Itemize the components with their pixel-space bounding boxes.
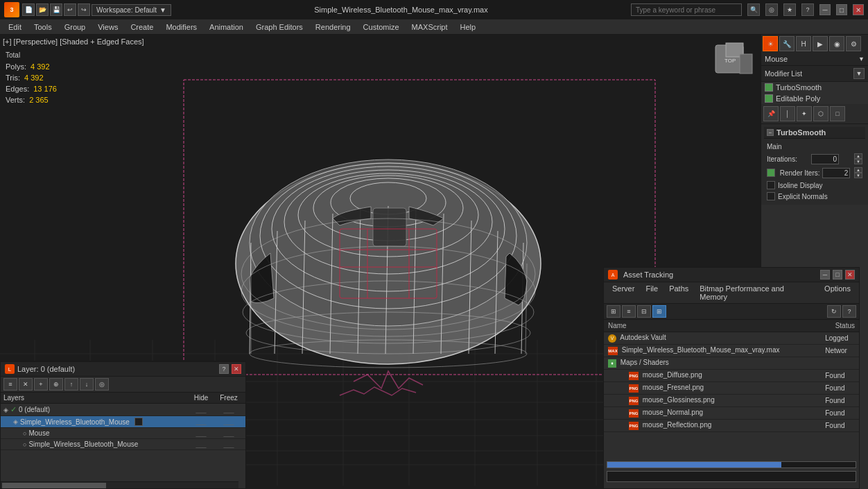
asset-minimize-button[interactable]: ─ <box>820 270 830 280</box>
new-file-icon[interactable]: 📄 <box>22 3 35 16</box>
asset-tb-icon-2[interactable]: ≡ <box>622 305 636 318</box>
asset-menu-bar: Server File Paths Bitmap Performance and… <box>604 282 859 304</box>
asset-title-buttons: ─ □ ✕ <box>820 270 855 280</box>
table-row[interactable]: V Autodesk Vault Logged <box>604 332 859 345</box>
menu-edit[interactable]: Edit <box>3 22 27 33</box>
asset-close-button[interactable]: ✕ <box>845 270 855 280</box>
asset-tb-icon-3[interactable]: ⊟ <box>637 305 651 318</box>
asset-menu-options[interactable]: Options <box>819 282 856 303</box>
mode-icon-vertex[interactable]: ✦ <box>797 106 812 121</box>
workspace-button[interactable]: Workspace: Default ▼ <box>92 4 171 16</box>
menu-animation[interactable]: Animation <box>204 22 249 33</box>
asset-menu-paths[interactable]: Paths <box>663 282 694 303</box>
panel-icon-render[interactable]: ☀ <box>763 36 778 51</box>
nav-cube[interactable]: TOP <box>712 42 754 83</box>
ts-isoline-checkbox[interactable] <box>767 181 775 189</box>
layer-tool-1[interactable]: ≡ <box>3 378 17 391</box>
ts-iterations-row: Iterations: ▲ ▼ <box>764 152 865 166</box>
menu-customize[interactable]: Customize <box>358 22 405 33</box>
save-file-icon[interactable]: 💾 <box>50 3 62 16</box>
menu-graph-editors[interactable]: Graph Editors <box>250 22 309 33</box>
asset-menu-server[interactable]: Server <box>607 282 640 303</box>
panel-mode-icons: 📌 │ ✦ ⬡ □ <box>761 104 868 124</box>
asset-row-7-status: Found <box>821 420 859 432</box>
ts-iterations-input[interactable] <box>811 154 839 164</box>
layers-close-button[interactable]: ✕ <box>232 364 241 374</box>
asset-table-container[interactable]: Name Status V Autodesk Vault Logged MAX … <box>604 320 859 458</box>
layer-select-icon[interactable]: ◎ <box>95 378 109 391</box>
asset-menu-file[interactable]: File <box>640 282 663 303</box>
layer-add-icon[interactable]: + <box>34 378 48 391</box>
ts-render-iters-checkbox[interactable] <box>767 169 775 177</box>
layer-row-0[interactable]: ◈ ✓ 0 (default) ___ ___ <box>1 404 245 416</box>
layer-row-1[interactable]: ◈ Simple_Wireless_Bluetooth_Mouse ___ __… <box>1 416 245 428</box>
panel-icon-utilities[interactable]: ⚙ <box>846 36 861 51</box>
layers-help-button[interactable]: ? <box>219 364 229 374</box>
panel-icon-motion[interactable]: ▶ <box>813 36 828 51</box>
table-row[interactable]: MAX Simple_Wireless_Bluetooth_Mouse_max_… <box>604 345 859 357</box>
layer-merge-icon[interactable]: ⊕ <box>49 378 63 391</box>
ts-explicit-checkbox[interactable] <box>767 192 775 200</box>
modifier-turbosm-checkbox[interactable] <box>765 83 773 92</box>
ts-render-iters-spinner[interactable]: ▲ ▼ <box>854 167 862 178</box>
layer-down-icon[interactable]: ↓ <box>80 378 94 391</box>
menu-create[interactable]: Create <box>125 22 159 33</box>
panel-icon-display[interactable]: ◉ <box>829 36 844 51</box>
minimize-button[interactable]: ─ <box>819 4 831 15</box>
table-row[interactable]: PNG mouse_Normal.png Found <box>604 407 859 420</box>
redo-icon[interactable]: ↪ <box>78 3 90 16</box>
panel-icon-modify[interactable]: 🔧 <box>779 36 795 51</box>
turbosmooth-collapse-btn[interactable]: − <box>767 129 774 136</box>
menu-tools[interactable]: Tools <box>28 22 58 33</box>
ts-render-iters-input[interactable] <box>822 168 850 178</box>
search-icon[interactable]: 🔍 <box>747 3 760 16</box>
nav-icon[interactable]: ◎ <box>765 3 778 16</box>
asset-input-bar[interactable] <box>607 471 856 482</box>
table-row[interactable]: PNG mouse_Fresnel.png Found <box>604 382 859 395</box>
mode-icon-face[interactable]: □ <box>830 106 845 121</box>
mode-icon-select[interactable]: │ <box>780 106 795 121</box>
table-row[interactable]: PNG mouse_Diffuse.png Found <box>604 370 859 382</box>
mode-icon-pin[interactable]: 📌 <box>763 106 779 121</box>
layers-horizontal-scrollbar[interactable] <box>1 481 238 488</box>
layer-row-2[interactable]: ○ Mouse ___ ___ <box>1 428 245 439</box>
asset-row-0-name: V Autodesk Vault <box>604 332 821 345</box>
layer-2-icon: ○ <box>23 430 26 437</box>
object-name-bar: Mouse ▼ <box>761 53 868 66</box>
asset-tb-icon-1[interactable]: ⊞ <box>607 305 620 318</box>
search-input[interactable] <box>631 3 742 16</box>
modifier-editable-poly[interactable]: Editable Poly <box>761 93 868 104</box>
layers-panel-icon: L <box>5 364 15 374</box>
help-icon[interactable]: ? <box>801 3 814 16</box>
menu-group[interactable]: Group <box>59 22 92 33</box>
asset-tb-refresh-icon[interactable]: ↻ <box>827 305 841 318</box>
panel-icon-hierarchy[interactable]: H <box>796 36 811 51</box>
fav-icon[interactable]: ★ <box>783 3 796 16</box>
asset-maximize-button[interactable]: □ <box>833 270 842 280</box>
menu-views[interactable]: Views <box>92 22 123 33</box>
layer-delete-icon[interactable]: ✕ <box>19 378 33 391</box>
layer-move-icon[interactable]: ↑ <box>64 378 78 391</box>
asset-tb-icon-4[interactable]: ⊞ <box>652 305 666 318</box>
asset-menu-bitmap-perf[interactable]: Bitmap Performance and Memory <box>694 282 819 303</box>
modifier-turbosm[interactable]: TurboSmooth <box>761 82 868 93</box>
table-row[interactable]: PNG mouse_Glossiness.png Found <box>604 395 859 407</box>
modifier-list-expand[interactable]: ▼ <box>853 68 865 79</box>
table-row[interactable]: ♦ Maps / Shaders <box>604 357 859 370</box>
layer-row-3[interactable]: ○ Simple_Wireless_Bluetooth_Mouse ___ __… <box>1 439 245 450</box>
undo-icon[interactable]: ↩ <box>64 3 76 16</box>
table-row[interactable]: PNG mouse_Reflection.png Found <box>604 420 859 432</box>
open-file-icon[interactable]: 📂 <box>36 3 49 16</box>
mode-icon-edge[interactable]: ⬡ <box>813 106 828 121</box>
asset-tb-help-icon[interactable]: ? <box>842 305 856 318</box>
layers-scroll-thumb[interactable] <box>2 483 106 488</box>
menu-maxscript[interactable]: MAXScript <box>406 22 453 33</box>
maximize-button[interactable]: □ <box>836 4 847 15</box>
close-button[interactable]: ✕ <box>853 4 864 15</box>
asset-col-status: Status <box>821 320 859 332</box>
menu-help[interactable]: Help <box>455 22 482 33</box>
menu-rendering[interactable]: Rendering <box>310 22 356 33</box>
modifier-editable-poly-checkbox[interactable] <box>765 94 773 103</box>
menu-modifiers[interactable]: Modifiers <box>160 22 202 33</box>
ts-iterations-spinner[interactable]: ▲ ▼ <box>854 153 862 164</box>
